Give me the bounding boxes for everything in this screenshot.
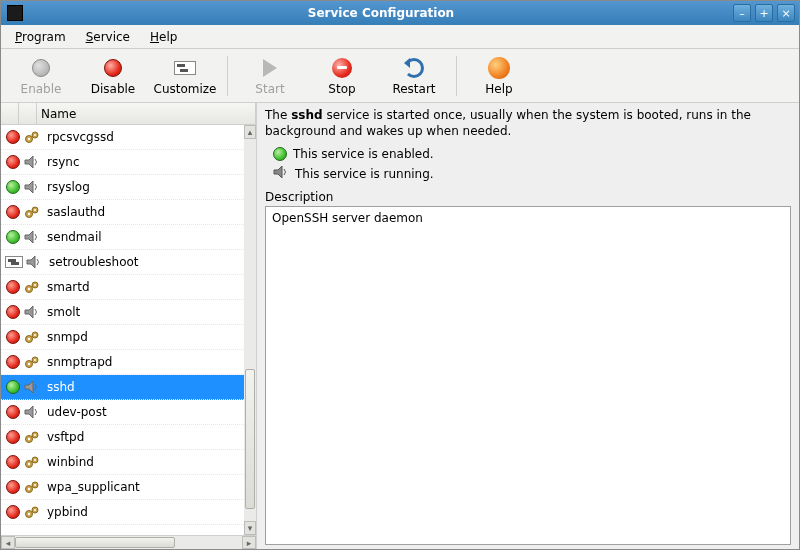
svg-marker-4 <box>25 156 33 168</box>
scroll-down-arrow[interactable]: ▾ <box>244 521 256 535</box>
restart-button[interactable]: Restart <box>378 51 450 101</box>
enabled-green-dot-icon <box>6 180 20 194</box>
service-name-label: udev-post <box>45 405 244 419</box>
header-enabled-col[interactable] <box>1 103 19 124</box>
stop-button[interactable]: Stop <box>306 51 378 101</box>
vertical-scrollbar[interactable]: ▴ ▾ <box>244 125 256 535</box>
service-name-label: rpcsvcgssd <box>45 130 244 144</box>
customize-icon <box>173 56 197 80</box>
service-row-wpa_supplicant[interactable]: wpa_supplicant <box>1 475 244 500</box>
enabled-status-text: This service is enabled. <box>293 147 434 161</box>
service-row-smartd[interactable]: smartd <box>1 275 244 300</box>
svg-point-3 <box>34 134 36 136</box>
state-speaker-icon <box>23 229 41 245</box>
service-name-label: wpa_supplicant <box>45 480 244 494</box>
svg-marker-16 <box>25 306 33 318</box>
scroll-track[interactable] <box>244 139 256 521</box>
description-box: OpenSSH server daemon <box>265 206 791 545</box>
toolbar-separator <box>227 56 228 96</box>
list-header: Name <box>1 103 256 125</box>
service-row-rpcsvcgssd[interactable]: rpcsvcgssd <box>1 125 244 150</box>
menu-program[interactable]: Program <box>7 28 74 46</box>
list-body: rpcsvcgssdrsyncrsyslogsaslauthdsendmails… <box>1 125 256 535</box>
service-row-rsyslog[interactable]: rsyslog <box>1 175 244 200</box>
svg-marker-11 <box>27 256 35 268</box>
service-row-smolt[interactable]: smolt <box>1 300 244 325</box>
hscroll-right-arrow[interactable]: ▸ <box>242 536 256 549</box>
state-speaker-icon <box>23 404 41 420</box>
customize-button[interactable]: Customize <box>149 51 221 101</box>
enabled-status-line: This service is enabled. <box>273 147 791 161</box>
service-row-snmptrapd[interactable]: snmptrapd <box>1 350 244 375</box>
header-state-col[interactable] <box>19 103 37 124</box>
state-cog-icon <box>23 129 41 145</box>
svg-point-38 <box>34 484 36 486</box>
menu-help[interactable]: Help <box>142 28 185 46</box>
horizontal-scrollbar[interactable]: ◂ ▸ <box>1 535 256 549</box>
enabled-red-dot-icon <box>6 455 20 469</box>
service-name-label: snmptrapd <box>45 355 244 369</box>
service-row-sshd[interactable]: sshd <box>1 375 244 400</box>
service-name-label: sshd <box>45 380 244 394</box>
app-icon <box>7 5 23 21</box>
service-row-sendmail[interactable]: sendmail <box>1 225 244 250</box>
svg-point-7 <box>28 213 30 215</box>
service-row-setroubleshoot[interactable]: setroubleshoot <box>1 250 244 275</box>
enabled-custom-icon <box>5 256 23 268</box>
description-text: OpenSSH server daemon <box>272 211 423 225</box>
state-speaker-icon <box>25 254 43 270</box>
minimize-button[interactable]: – <box>733 4 751 22</box>
svg-point-1 <box>28 138 30 140</box>
service-row-snmpd[interactable]: snmpd <box>1 325 244 350</box>
service-row-udev-post[interactable]: udev-post <box>1 400 244 425</box>
running-status-line: This service is running. <box>273 165 791 182</box>
svg-marker-25 <box>25 381 33 393</box>
enabled-red-dot-icon <box>6 405 20 419</box>
service-row-winbind[interactable]: winbind <box>1 450 244 475</box>
disable-button[interactable]: Disable <box>77 51 149 101</box>
svg-point-20 <box>34 334 36 336</box>
svg-marker-5 <box>25 181 33 193</box>
service-row-vsftpd[interactable]: vsftpd <box>1 425 244 450</box>
enable-icon <box>29 56 53 80</box>
hscroll-track[interactable] <box>15 536 242 549</box>
maximize-button[interactable]: + <box>755 4 773 22</box>
enabled-red-dot-icon <box>6 355 20 369</box>
service-rows: rpcsvcgssdrsyncrsyslogsaslauthdsendmails… <box>1 125 244 535</box>
service-row-rsync[interactable]: rsync <box>1 150 244 175</box>
service-list-pane: Name rpcsvcgssdrsyncrsyslogsaslauthdsend… <box>1 103 257 549</box>
start-button[interactable]: Start <box>234 51 306 101</box>
enable-button[interactable]: Enable <box>5 51 77 101</box>
detail-pane: The sshd service is started once, usuall… <box>257 103 799 549</box>
menu-service[interactable]: Service <box>78 28 138 46</box>
svg-point-15 <box>34 284 36 286</box>
header-name-col[interactable]: Name <box>37 103 256 124</box>
svg-point-40 <box>28 513 30 515</box>
state-cog-icon <box>23 504 41 520</box>
state-cog-icon <box>23 329 41 345</box>
titlebar: Service Configuration – + × <box>1 1 799 25</box>
service-row-ypbind[interactable]: ypbind <box>1 500 244 525</box>
enabled-red-dot-icon <box>6 505 20 519</box>
close-button[interactable]: × <box>777 4 795 22</box>
description-label: Description <box>265 190 791 204</box>
help-button[interactable]: Help <box>463 51 535 101</box>
enabled-red-dot-icon <box>6 155 20 169</box>
service-name-label: setroubleshoot <box>47 255 244 269</box>
svg-marker-10 <box>25 231 33 243</box>
svg-marker-43 <box>274 166 282 178</box>
hscroll-thumb[interactable] <box>15 537 175 548</box>
hscroll-left-arrow[interactable]: ◂ <box>1 536 15 549</box>
window: Service Configuration – + × Program Serv… <box>0 0 800 550</box>
service-name-label: vsftpd <box>45 430 244 444</box>
state-speaker-icon <box>23 379 41 395</box>
state-cog-icon <box>23 279 41 295</box>
svg-point-13 <box>28 288 30 290</box>
scroll-up-arrow[interactable]: ▴ <box>244 125 256 139</box>
service-row-saslauthd[interactable]: saslauthd <box>1 200 244 225</box>
enabled-red-dot-icon <box>6 430 20 444</box>
state-cog-icon <box>23 354 41 370</box>
svg-point-22 <box>28 363 30 365</box>
service-name-label: rsyslog <box>45 180 244 194</box>
scroll-thumb[interactable] <box>245 369 255 509</box>
